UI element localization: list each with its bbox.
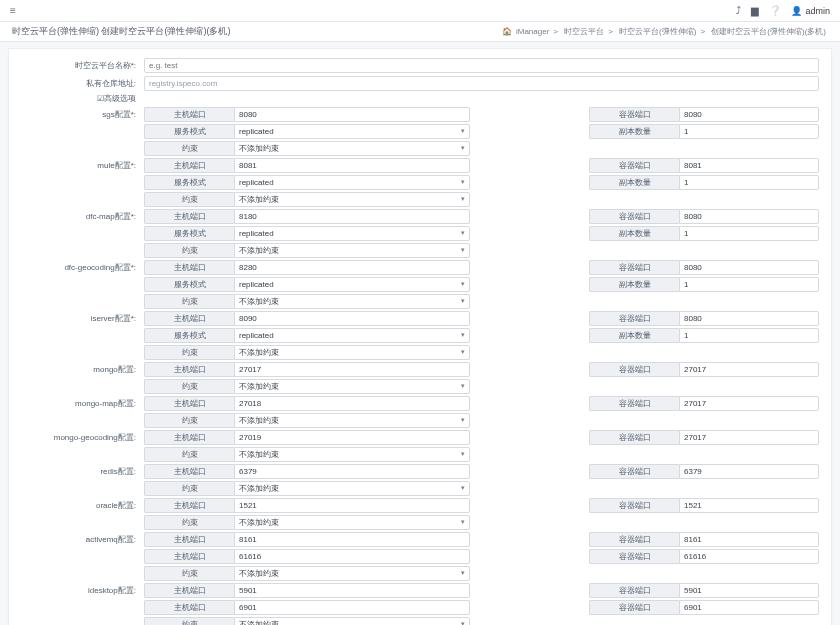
upload-icon[interactable]: ⤴ <box>736 5 741 16</box>
hamburger-icon[interactable]: ≡ <box>10 5 16 16</box>
host_port-input[interactable] <box>234 430 470 445</box>
host_port-input[interactable] <box>234 362 470 377</box>
constraint-select[interactable]: 不添加约束▾ <box>234 345 470 360</box>
advanced-toggle[interactable]: ☑高级选项 <box>9 93 144 104</box>
service_mode-select[interactable]: replicated▾ <box>234 226 470 241</box>
replica_count-input[interactable] <box>679 175 819 190</box>
chevron-down-icon: ▾ <box>461 195 465 203</box>
host_port-label: 主机端口 <box>144 600 234 615</box>
select-value: 不添加约束 <box>237 347 467 358</box>
field-pair: 约束不添加约束▾ <box>144 617 470 625</box>
constraint-select[interactable]: 不添加约束▾ <box>234 515 470 530</box>
field-line: 服务模式replicated▾副本数量 <box>144 328 819 343</box>
chevron-down-icon: ▾ <box>461 518 465 526</box>
container_port-input[interactable] <box>679 158 819 173</box>
field-pair: 服务模式replicated▾ <box>144 175 470 190</box>
container_port-input[interactable] <box>679 498 819 513</box>
host_port-input[interactable] <box>234 549 470 564</box>
replica_count-input[interactable] <box>679 226 819 241</box>
select-value: 不添加约束 <box>237 415 467 426</box>
host_port-input[interactable] <box>234 396 470 411</box>
replica_count-input[interactable] <box>679 124 819 139</box>
select-value: replicated <box>237 127 467 136</box>
select-value: replicated <box>237 280 467 289</box>
field-pair: 服务模式replicated▾ <box>144 328 470 343</box>
name-input[interactable] <box>144 58 819 73</box>
host_port-label: 主机端口 <box>144 209 234 224</box>
container_port-input[interactable] <box>679 583 819 598</box>
field-pair: 约束不添加约束▾ <box>144 566 470 581</box>
constraint-select[interactable]: 不添加约束▾ <box>234 192 470 207</box>
replica_count-input[interactable] <box>679 328 819 343</box>
container_port-input[interactable] <box>679 430 819 445</box>
host_port-input[interactable] <box>234 209 470 224</box>
constraint-select[interactable]: 不添加约束▾ <box>234 566 470 581</box>
help-icon[interactable]: ❔ <box>769 5 781 16</box>
host_port-input[interactable] <box>234 311 470 326</box>
replica_count-label: 副本数量 <box>589 328 679 343</box>
filter-icon[interactable]: ▆ <box>751 5 759 16</box>
field-pair: 副本数量 <box>589 328 819 343</box>
constraint-select[interactable]: 不添加约束▾ <box>234 481 470 496</box>
field-line: 服务模式replicated▾副本数量 <box>144 277 819 292</box>
sub-bar: 时空云平台(弹性伸缩) 创建时空云平台(弹性伸缩)(多机) 🏠 iManager… <box>0 22 840 42</box>
select-value: 不添加约束 <box>237 194 467 205</box>
constraint-select[interactable]: 不添加约束▾ <box>234 379 470 394</box>
container_port-input[interactable] <box>679 549 819 564</box>
section-body: 主机端口容器端口服务模式replicated▾副本数量约束不添加约束▾ <box>144 158 819 209</box>
container_port-input[interactable] <box>679 107 819 122</box>
select-value: replicated <box>237 331 467 340</box>
repo-row: 私有仓库地址: <box>9 75 819 91</box>
container_port-input[interactable] <box>679 532 819 547</box>
field-pair: 约束不添加约束▾ <box>144 141 470 156</box>
replica_count-input[interactable] <box>679 277 819 292</box>
field-pair: 容器端口 <box>589 396 819 411</box>
container_port-input[interactable] <box>679 209 819 224</box>
host_port-input[interactable] <box>234 464 470 479</box>
host_port-label: 主机端口 <box>144 260 234 275</box>
home-icon[interactable]: 🏠 <box>502 27 512 36</box>
field-pair: 约束不添加约束▾ <box>144 379 470 394</box>
breadcrumb-link[interactable]: iManager <box>516 27 549 36</box>
section-mongo-geocoding: mongo-geocoding配置:主机端口容器端口约束不添加约束▾ <box>9 430 819 464</box>
container_port-label: 容器端口 <box>589 209 679 224</box>
container_port-input[interactable] <box>679 311 819 326</box>
constraint-select[interactable]: 不添加约束▾ <box>234 141 470 156</box>
host_port-input[interactable] <box>234 107 470 122</box>
service_mode-select[interactable]: replicated▾ <box>234 124 470 139</box>
constraint-select[interactable]: 不添加约束▾ <box>234 413 470 428</box>
host_port-input[interactable] <box>234 583 470 598</box>
chevron-right-icon: > <box>700 27 705 36</box>
container_port-label: 容器端口 <box>589 311 679 326</box>
host_port-input[interactable] <box>234 498 470 513</box>
container_port-input[interactable] <box>679 260 819 275</box>
host_port-input[interactable] <box>234 260 470 275</box>
service_mode-select[interactable]: replicated▾ <box>234 175 470 190</box>
constraint-select[interactable]: 不添加约束▾ <box>234 617 470 625</box>
container_port-input[interactable] <box>679 464 819 479</box>
section-label: mongo-geocoding配置: <box>9 430 144 464</box>
field-line: 主机端口容器端口 <box>144 583 819 598</box>
select-value: 不添加约束 <box>237 296 467 307</box>
field-pair: 容器端口 <box>589 311 819 326</box>
repo-input[interactable] <box>144 76 819 91</box>
constraint-select[interactable]: 不添加约束▾ <box>234 294 470 309</box>
container_port-input[interactable] <box>679 362 819 377</box>
host_port-input[interactable] <box>234 600 470 615</box>
container_port-label: 容器端口 <box>589 430 679 445</box>
field-line: 服务模式replicated▾副本数量 <box>144 124 819 139</box>
user-menu[interactable]: 👤 admin <box>791 6 830 16</box>
constraint-select[interactable]: 不添加约束▾ <box>234 243 470 258</box>
section-label: mongo配置: <box>9 362 144 396</box>
field-pair: 约束不添加约束▾ <box>144 294 470 309</box>
container_port-input[interactable] <box>679 600 819 615</box>
service_mode-select[interactable]: replicated▾ <box>234 277 470 292</box>
host_port-input[interactable] <box>234 158 470 173</box>
breadcrumb-link[interactable]: 时空云平台(弹性伸缩) <box>619 27 696 36</box>
container_port-input[interactable] <box>679 396 819 411</box>
host_port-input[interactable] <box>234 532 470 547</box>
breadcrumb-link[interactable]: 时空云平台 <box>564 27 604 36</box>
service_mode-select[interactable]: replicated▾ <box>234 328 470 343</box>
field-pair: 容器端口 <box>589 498 819 513</box>
constraint-select[interactable]: 不添加约束▾ <box>234 447 470 462</box>
